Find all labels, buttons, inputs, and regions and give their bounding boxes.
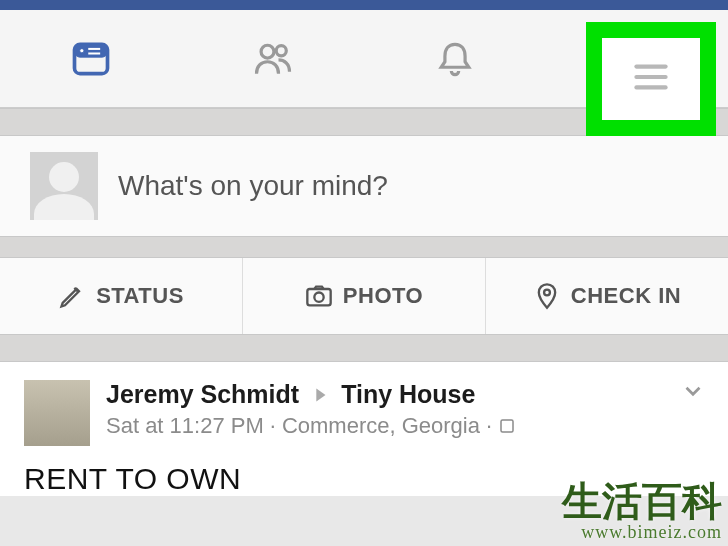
feed-post[interactable]: Jeremy Schmidt Tiny House Sat at 11:27 P…: [0, 362, 728, 496]
watermark-url: www.bimeiz.com: [562, 523, 722, 542]
svg-point-12: [544, 290, 550, 296]
svg-point-6: [276, 45, 286, 55]
post-target[interactable]: Tiny House: [341, 380, 475, 409]
post-options-button[interactable]: [680, 378, 706, 408]
chevron-down-icon: [680, 378, 706, 404]
divider: [0, 236, 728, 258]
status-button[interactable]: STATUS: [0, 258, 242, 334]
composer-placeholder: What's on your mind?: [118, 170, 388, 202]
tab-menu[interactable]: [626, 52, 676, 106]
camera-icon: [305, 282, 333, 310]
post-timestamp: Sat at 11:27 PM: [106, 413, 264, 439]
status-label: STATUS: [96, 283, 184, 309]
tab-news-feed[interactable]: [0, 10, 182, 107]
post-author[interactable]: Jeremy Schmidt: [106, 380, 299, 409]
photo-label: PHOTO: [343, 283, 423, 309]
status-bar: [0, 0, 728, 10]
top-nav: [0, 10, 728, 108]
friends-icon: [251, 37, 295, 81]
hamburger-icon: [626, 52, 676, 102]
svg-point-11: [314, 293, 323, 302]
post-thumbnail[interactable]: [24, 380, 90, 446]
svg-point-5: [261, 45, 274, 58]
composer-actions: STATUS PHOTO CHECK IN: [0, 258, 728, 334]
watermark-title: 生活百科: [562, 481, 722, 523]
divider: [0, 334, 728, 362]
composer[interactable]: What's on your mind?: [0, 136, 728, 236]
svg-point-2: [80, 48, 84, 52]
post-title: Jeremy Schmidt Tiny House: [106, 380, 516, 409]
checkin-label: CHECK IN: [571, 283, 681, 309]
svg-rect-13: [501, 420, 513, 432]
audience-icon: [498, 417, 516, 435]
profile-avatar[interactable]: [30, 152, 98, 220]
post-location: Commerce, Georgia: [282, 413, 480, 439]
caret-right-icon: [309, 384, 331, 406]
location-pin-icon: [533, 282, 561, 310]
bell-icon: [433, 37, 477, 81]
photo-button[interactable]: PHOTO: [242, 258, 485, 334]
tab-friends[interactable]: [182, 10, 364, 107]
post-header: Jeremy Schmidt Tiny House Sat at 11:27 P…: [24, 380, 704, 446]
pencil-icon: [58, 282, 86, 310]
menu-highlight: [586, 22, 716, 136]
news-feed-icon: [69, 37, 113, 81]
tab-notifications[interactable]: [364, 10, 546, 107]
checkin-button[interactable]: CHECK IN: [485, 258, 728, 334]
watermark: 生活百科 www.bimeiz.com: [562, 481, 722, 542]
post-meta: Sat at 11:27 PM · Commerce, Georgia ·: [106, 413, 516, 439]
